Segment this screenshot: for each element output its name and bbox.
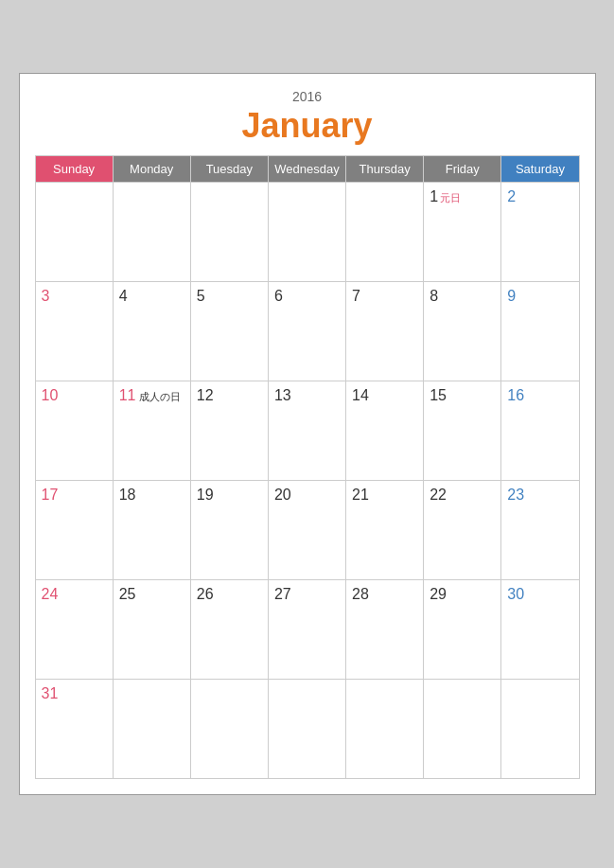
day-number: 22 <box>430 487 447 503</box>
calendar-cell[interactable] <box>190 680 268 779</box>
calendar-cell[interactable]: 12 <box>190 381 268 481</box>
calendar-cell[interactable]: 15 <box>424 381 501 481</box>
day-number: 23 <box>507 487 524 503</box>
day-number: 10 <box>42 387 59 403</box>
day-number: 11 <box>119 387 136 403</box>
calendar-cell[interactable]: 10 <box>35 381 113 481</box>
day-number: 16 <box>507 387 524 403</box>
day-number: 4 <box>119 288 128 304</box>
calendar-cell[interactable]: 8 <box>424 282 501 381</box>
calendar-cell[interactable]: 21 <box>346 481 424 580</box>
calendar-cell[interactable]: 28 <box>346 580 424 680</box>
holiday-label: 成人の日 <box>139 391 181 402</box>
day-number: 3 <box>42 288 50 304</box>
calendar-cell[interactable] <box>268 680 345 779</box>
weekday-header-sunday: Sunday <box>35 156 113 183</box>
calendar-cell[interactable]: 26 <box>190 580 268 680</box>
calendar-cell[interactable] <box>190 183 268 282</box>
weekday-header-saturday: Saturday <box>501 156 579 183</box>
calendar-cell[interactable]: 27 <box>268 580 345 680</box>
day-number: 17 <box>42 487 59 503</box>
calendar-cell[interactable]: 25 <box>113 580 190 680</box>
day-number: 25 <box>119 586 136 602</box>
day-number: 2 <box>507 188 516 204</box>
calendar-cell[interactable]: 30 <box>501 580 579 680</box>
day-number: 1 <box>430 188 438 204</box>
calendar-cell[interactable]: 31 <box>35 680 113 779</box>
weekday-header-monday: Monday <box>113 156 190 183</box>
calendar-cell[interactable]: 13 <box>268 381 345 481</box>
calendar-cell[interactable]: 24 <box>35 580 113 680</box>
calendar-cell[interactable] <box>501 680 579 779</box>
calendar-cell[interactable]: 23 <box>501 481 579 580</box>
day-number: 7 <box>352 288 360 304</box>
holiday-label: 元日 <box>440 192 461 204</box>
calendar-cell[interactable]: 16 <box>501 381 579 481</box>
day-number: 28 <box>352 586 369 602</box>
calendar-cell[interactable]: 29 <box>424 580 501 680</box>
calendar-cell[interactable]: 22 <box>424 481 501 580</box>
day-number: 21 <box>352 487 369 503</box>
day-number: 27 <box>274 586 291 602</box>
calendar-cell[interactable]: 7 <box>346 282 424 381</box>
day-number: 19 <box>197 487 214 503</box>
calendar-cell[interactable]: 1元日 <box>424 183 501 282</box>
calendar-cell[interactable]: 18 <box>113 481 190 580</box>
calendar-cell[interactable]: 17 <box>35 481 113 580</box>
day-number: 31 <box>42 685 59 701</box>
day-number: 6 <box>274 288 283 304</box>
day-number: 9 <box>507 288 516 304</box>
calendar-cell[interactable]: 3 <box>35 282 113 381</box>
weekday-header-tuesday: Tuesday <box>190 156 268 183</box>
day-number: 29 <box>430 586 447 602</box>
calendar-cell[interactable] <box>424 680 501 779</box>
calendar-cell[interactable] <box>113 680 190 779</box>
calendar-cell[interactable]: 2 <box>501 183 579 282</box>
calendar-cell[interactable] <box>268 183 345 282</box>
month-label: January <box>35 106 580 146</box>
day-number: 8 <box>430 288 438 304</box>
calendar-container: 2016 January SundayMondayTuesdayWednesda… <box>19 73 596 795</box>
calendar-cell[interactable]: 4 <box>113 282 190 381</box>
calendar-cell[interactable]: 19 <box>190 481 268 580</box>
calendar-cell[interactable]: 9 <box>501 282 579 381</box>
day-number: 14 <box>352 387 369 403</box>
calendar-cell[interactable]: 6 <box>268 282 345 381</box>
calendar-cell[interactable]: 11成人の日 <box>113 381 190 481</box>
calendar-cell[interactable] <box>346 680 424 779</box>
weekday-header-friday: Friday <box>424 156 501 183</box>
day-number: 18 <box>119 487 136 503</box>
calendar-cell[interactable]: 20 <box>268 481 345 580</box>
day-number: 24 <box>42 586 59 602</box>
calendar-cell[interactable] <box>346 183 424 282</box>
calendar-cell[interactable] <box>35 183 113 282</box>
weekday-header-thursday: Thursday <box>346 156 424 183</box>
day-number: 13 <box>274 387 291 403</box>
calendar-cell[interactable] <box>113 183 190 282</box>
day-number: 20 <box>274 487 291 503</box>
day-number: 30 <box>507 586 524 602</box>
calendar-cell[interactable]: 5 <box>190 282 268 381</box>
day-number: 26 <box>197 586 214 602</box>
day-number: 5 <box>197 288 205 304</box>
weekday-header-wednesday: Wednesday <box>268 156 345 183</box>
day-number: 12 <box>197 387 214 403</box>
calendar-cell[interactable]: 14 <box>346 381 424 481</box>
day-number: 15 <box>430 387 447 403</box>
calendar-grid: SundayMondayTuesdayWednesdayThursdayFrid… <box>35 155 580 779</box>
year-label: 2016 <box>35 89 580 104</box>
